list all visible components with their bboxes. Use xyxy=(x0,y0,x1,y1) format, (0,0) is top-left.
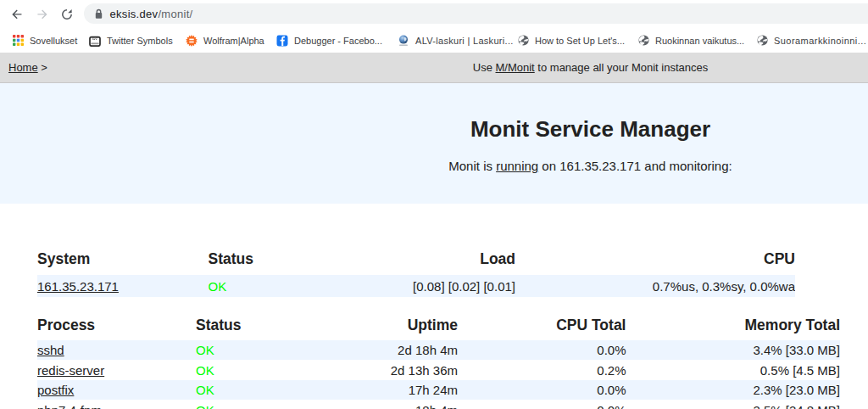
status-prefix: Monit is xyxy=(448,159,496,173)
bookmark-label: Suoramarkkinoinni... xyxy=(774,36,866,46)
process-link-php7-4-fpm[interactable]: php7.4-fpm xyxy=(37,403,102,409)
bookmarks-bar: Sovellukset Twitter Symbols xyxy=(0,28,868,53)
lock-icon[interactable] xyxy=(95,8,103,20)
mmonit-banner: Use M/Monit to manage all your Monit ins… xyxy=(0,53,868,82)
globe-favicon xyxy=(637,34,649,48)
globe-favicon xyxy=(517,34,529,48)
browser-toolbar: eksis.dev/monit/ xyxy=(0,0,868,28)
refresh-icon xyxy=(61,8,73,20)
process-row-cpu-total: 0.0% xyxy=(458,380,626,401)
page-title: Monit Service Manager xyxy=(0,118,868,140)
status-suffix: on 161.35.23.171 and monitoring: xyxy=(538,159,732,173)
globe-favicon xyxy=(756,34,768,48)
bookmark-ruokinnan-vaikutus[interactable]: Ruokinnan vaikutus... xyxy=(637,28,744,53)
laskurit-favicon xyxy=(398,34,409,48)
process-row-cpu-total: 0.0% xyxy=(458,400,626,409)
url-path: /monit/ xyxy=(158,8,192,20)
process-row-name: sshd xyxy=(37,340,196,361)
bookmark-lets-encrypt[interactable]: How to Set Up Let's... xyxy=(517,28,625,53)
status-ok: OK xyxy=(196,363,214,378)
column-header-status: Status xyxy=(196,311,314,340)
column-header-status: Status xyxy=(209,244,336,275)
system-row-name: 161.35.23.171 xyxy=(37,275,209,297)
back-arrow-icon xyxy=(9,7,25,22)
bookmark-suoramarkkinointi[interactable]: Suoramarkkinoinni... xyxy=(756,28,866,53)
process-row-memory-total: 3.4% [33.0 MB] xyxy=(626,340,841,361)
column-header-process: Process xyxy=(37,311,196,340)
bookmark-label: Wolfram|Alpha xyxy=(203,36,264,46)
url-text: eksis.dev/monit/ xyxy=(110,8,193,20)
process-row-memory-total: 0.5% [4.5 MB] xyxy=(626,360,841,380)
process-row-memory-total: 3.5% [34.8 MB] xyxy=(626,400,841,409)
column-header-cpu: CPU xyxy=(515,244,795,275)
page-header: Monit Service Manager Monit is running o… xyxy=(0,83,868,204)
process-row-name: redis-server xyxy=(37,360,196,380)
banner-suffix: to manage all your Monit instances xyxy=(535,61,709,74)
process-row-status: OK xyxy=(196,340,314,361)
page-content: Home > Use M/Monit to manage all your Mo… xyxy=(0,53,868,409)
process-link-sshd[interactable]: sshd xyxy=(37,343,64,357)
process-link-redis-server[interactable]: redis-server xyxy=(37,363,104,378)
bookmark-facebook-debugger[interactable]: Debugger - Facebo... xyxy=(276,28,382,53)
process-row-uptime: 18h 4m xyxy=(314,400,458,409)
bookmark-apps[interactable]: Sovellukset xyxy=(12,28,77,53)
bookmark-label: Ruokinnan vaikutus... xyxy=(655,36,744,46)
bookmark-label: Twitter Symbols xyxy=(107,36,173,46)
system-row-load: [0.08] [0.02] [0.01] xyxy=(336,275,516,297)
column-header-load: Load xyxy=(336,244,516,275)
column-header-uptime: Uptime xyxy=(314,311,458,340)
monit-status-line: Monit is running on 161.35.23.171 and mo… xyxy=(0,159,868,174)
address-bar[interactable]: eksis.dev/monit/ xyxy=(84,3,868,24)
browser-window: eksis.dev/monit/ Sovellukset xyxy=(0,0,868,409)
bookmark-label: How to Set Up Let's... xyxy=(535,36,625,46)
process-link-postfix[interactable]: postfix xyxy=(37,383,74,397)
mmonit-link[interactable]: M/Monit xyxy=(496,61,535,74)
process-row-cpu-total: 0.0% xyxy=(458,340,626,361)
bookmark-label: Sovellukset xyxy=(30,36,77,46)
system-host-link[interactable]: 161.35.23.171 xyxy=(37,279,119,294)
process-row-memory-total: 2.3% [23.0 MB] xyxy=(626,380,841,401)
process-row-status: OK xyxy=(196,380,314,401)
process-row-cpu-total: 0.2% xyxy=(458,360,626,380)
process-row-name: php7.4-fpm xyxy=(37,400,196,409)
system-row-status: OK xyxy=(209,275,336,297)
process-row-name: postfix xyxy=(37,380,196,401)
status-ok: OK xyxy=(196,343,214,357)
process-row-uptime: 2d 13h 36m xyxy=(314,360,458,380)
system-table: System Status Load CPU 161.35.23.171 OK … xyxy=(37,244,795,297)
process-row-uptime: 2d 18h 4m xyxy=(314,340,458,361)
process-row-status: OK xyxy=(196,360,314,380)
bookmark-wolframalpha[interactable]: Wolfram|Alpha xyxy=(186,28,264,53)
bookmark-alv-laskuri[interactable]: ALV-laskuri | Laskuri... xyxy=(398,28,514,53)
column-header-memory-total: Memory Total xyxy=(626,311,841,340)
wolframalpha-favicon xyxy=(186,34,198,48)
forward-button[interactable] xyxy=(31,3,53,25)
process-table: Process Status Uptime CPU Total Memory T… xyxy=(37,311,840,409)
back-button[interactable] xyxy=(6,3,28,25)
system-row-cpu: 0.7%us, 0.3%sy, 0.0%wa xyxy=(515,275,795,297)
refresh-button[interactable] xyxy=(56,3,78,25)
column-header-system: System xyxy=(37,244,209,275)
process-row-status: OK xyxy=(196,400,314,409)
forward-arrow-icon xyxy=(35,7,50,22)
facebook-favicon xyxy=(276,34,288,48)
column-header-cpu-total: CPU Total xyxy=(458,311,626,340)
bookmark-label: ALV-laskuri | Laskuri... xyxy=(415,36,514,46)
bookmark-twitter-symbols[interactable]: Twitter Symbols xyxy=(89,28,173,53)
twitter-symbols-favicon xyxy=(89,34,101,48)
apps-grid-icon xyxy=(12,34,24,48)
status-ok: OK xyxy=(196,403,214,409)
banner-prefix: Use xyxy=(473,61,496,74)
bookmark-label: Debugger - Facebo... xyxy=(294,36,382,46)
running-link[interactable]: running xyxy=(496,159,538,173)
status-ok: OK xyxy=(196,383,214,397)
url-domain: eksis.dev xyxy=(110,8,159,20)
monit-nav-bar: Home > Use M/Monit to manage all your Mo… xyxy=(0,53,868,83)
process-row-uptime: 17h 24m xyxy=(314,380,458,401)
status-ok: OK xyxy=(209,279,227,294)
